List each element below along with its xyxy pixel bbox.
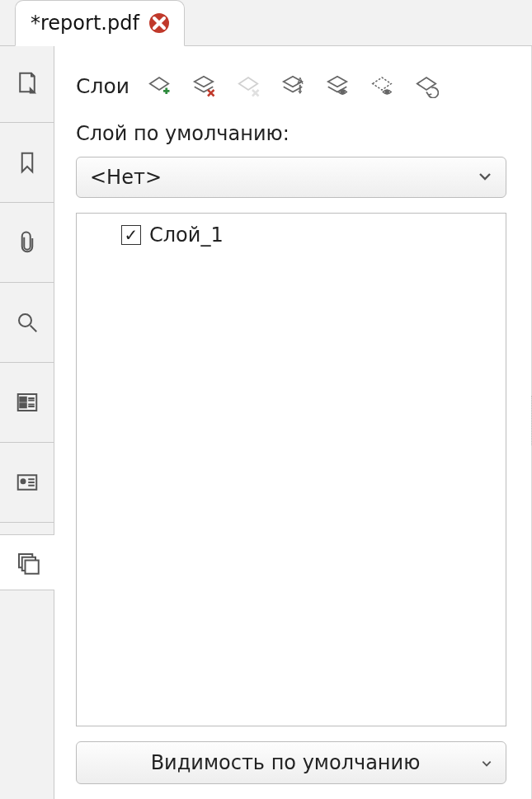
close-icon[interactable] <box>149 13 169 33</box>
toggle-lock-icon[interactable] <box>367 71 397 101</box>
layer-toolbar: A <box>144 71 441 101</box>
chevron-down-icon <box>481 751 492 774</box>
chevron-down-icon <box>478 166 492 189</box>
layers-panel: Слои <box>54 46 532 799</box>
default-layer-label: Слой по умолчанию: <box>76 122 506 145</box>
svg-point-10 <box>341 91 344 94</box>
svg-point-0 <box>19 314 31 327</box>
visibility-combo[interactable]: Видимость по умолчанию <box>76 741 506 784</box>
panel-resize-grip[interactable] <box>527 396 532 445</box>
rail-layers-icon[interactable] <box>0 534 54 590</box>
rail-properties-icon[interactable] <box>0 454 54 510</box>
tab-strip: *report.pdf <box>0 0 532 46</box>
rename-layer-icon[interactable]: A <box>278 71 308 101</box>
rail-thumbnails-icon[interactable] <box>0 374 54 430</box>
default-layer-combo[interactable]: <Нет> <box>76 157 506 198</box>
side-rail <box>0 46 54 799</box>
reorder-layer-icon[interactable] <box>412 71 441 101</box>
panel-header: Слои <box>76 71 506 101</box>
svg-point-5 <box>21 479 25 483</box>
layer-checkbox[interactable]: ✓ <box>121 225 141 245</box>
layer-name: Слой_1 <box>149 223 224 247</box>
document-tab[interactable]: *report.pdf <box>15 0 185 46</box>
svg-rect-3 <box>20 403 26 407</box>
layer-item[interactable]: ✓ Слой_1 <box>87 222 496 248</box>
delete-layer-icon[interactable] <box>189 71 219 101</box>
svg-rect-2 <box>20 397 26 402</box>
rail-pages-icon[interactable] <box>0 54 54 110</box>
toggle-visibility-icon[interactable] <box>322 71 352 101</box>
panel-title: Слои <box>76 74 129 98</box>
layer-list[interactable]: ✓ Слой_1 <box>76 213 506 726</box>
visibility-combo-label: Видимость по умолчанию <box>90 751 481 774</box>
rail-search-icon[interactable] <box>0 294 54 350</box>
document-tab-title: *report.pdf <box>31 12 139 35</box>
rail-attachments-icon[interactable] <box>0 214 54 270</box>
svg-rect-8 <box>26 561 39 574</box>
default-layer-value: <Нет> <box>90 166 162 189</box>
delete-layer-disabled-icon <box>233 71 263 101</box>
rail-bookmarks-icon[interactable] <box>0 134 54 190</box>
svg-point-11 <box>385 91 388 94</box>
svg-text:A: A <box>297 76 304 87</box>
add-layer-icon[interactable] <box>144 71 174 101</box>
